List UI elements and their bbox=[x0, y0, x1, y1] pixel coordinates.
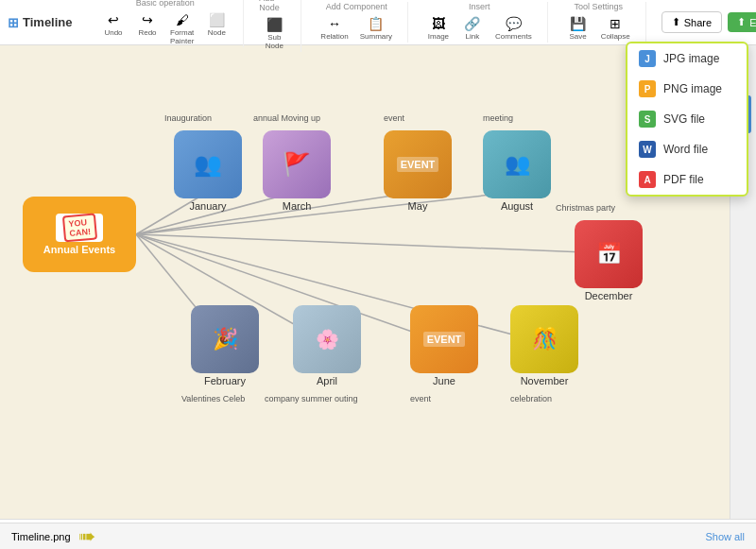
canvas: YOUCAN! Annual Events Inauguration 👥 Jan… bbox=[0, 45, 730, 519]
tool-settings-buttons: 💾 Save ⊞ Collapse bbox=[563, 13, 634, 43]
summary-label: Summary bbox=[360, 32, 392, 41]
may-icon: EVENT bbox=[397, 157, 439, 172]
svg-line-4 bbox=[136, 234, 609, 253]
relation-button[interactable]: ↔ Relation bbox=[317, 13, 352, 43]
comments-button[interactable]: 💬 Comments bbox=[491, 13, 536, 43]
april-box: 🌸 bbox=[293, 305, 361, 373]
word-label: Word file bbox=[663, 143, 708, 156]
june-node[interactable]: EVENT June event bbox=[410, 305, 478, 386]
link-button[interactable]: 🔗 Link bbox=[457, 13, 488, 43]
add-node-section: Add Node ⬛ Sub Node bbox=[259, 0, 301, 52]
export-word-item[interactable]: W Word file bbox=[627, 134, 747, 164]
show-all-button[interactable]: Show all bbox=[705, 531, 745, 542]
april-annotation: company summer outing bbox=[265, 394, 358, 403]
format-painter-button[interactable]: 🖌 Format Painter bbox=[166, 9, 198, 47]
may-annotation: event bbox=[384, 113, 404, 123]
february-annotation: Valentines Celeb bbox=[181, 394, 245, 403]
summary-icon: 📋 bbox=[368, 15, 385, 32]
add-component-buttons: ↔ Relation 📋 Summary bbox=[317, 13, 396, 43]
insert-section: Insert 🖼 Image 🔗 Link 💬 Comments bbox=[423, 2, 548, 43]
february-box: 🎉 bbox=[191, 305, 259, 373]
node-label-btn: Node bbox=[208, 28, 226, 37]
basic-operation-section: Basic operation ↩ Undo ↪ Redo 🖌 Format P… bbox=[98, 0, 244, 47]
december-box: 📅 bbox=[575, 220, 643, 288]
image-button[interactable]: 🖼 Image bbox=[423, 13, 454, 43]
sub-node-label: Sub Node bbox=[263, 33, 285, 50]
december-annotation: Christmas party bbox=[556, 203, 615, 213]
june-annotation: event bbox=[410, 394, 431, 403]
august-box: 👥 bbox=[483, 130, 551, 198]
export-pdf-item[interactable]: A PDF file bbox=[627, 164, 747, 195]
collapse-button[interactable]: ⊞ Collapse bbox=[597, 13, 634, 43]
format-painter-icon: 🖌 bbox=[174, 11, 191, 28]
relation-icon: ↔ bbox=[326, 15, 343, 32]
share-button[interactable]: ⬆ Share bbox=[662, 11, 722, 33]
january-icon: 👥 bbox=[194, 151, 222, 178]
svg-icon: S bbox=[639, 111, 656, 128]
download-filename: Timeline.png bbox=[11, 531, 71, 542]
redo-icon: ↪ bbox=[139, 11, 156, 28]
export-svg-item[interactable]: S SVG file bbox=[627, 104, 747, 134]
save-label: Save bbox=[570, 32, 587, 41]
december-node[interactable]: Christmas party 📅 December bbox=[575, 220, 643, 301]
export-jpg-item[interactable]: J JPG image bbox=[627, 43, 747, 74]
basic-op-buttons: ↩ Undo ↪ Redo 🖌 Format Painter ⬜ Node bbox=[98, 9, 232, 47]
november-box: 🎊 bbox=[510, 305, 578, 373]
march-label: March bbox=[283, 200, 312, 212]
redo-button[interactable]: ↪ Redo bbox=[132, 9, 163, 47]
save-button[interactable]: 💾 Save bbox=[563, 13, 593, 43]
may-node[interactable]: event EVENT May bbox=[384, 130, 452, 212]
comments-icon: 💬 bbox=[505, 15, 522, 32]
summary-button[interactable]: 📋 Summary bbox=[356, 13, 396, 43]
sub-node-button[interactable]: ⬛ Sub Node bbox=[259, 14, 289, 52]
export-label: Export bbox=[749, 17, 756, 28]
app-title: ⊞ Timeline bbox=[8, 15, 83, 30]
may-box: EVENT bbox=[384, 130, 452, 198]
january-box: 👥 bbox=[174, 130, 242, 198]
redo-label: Redo bbox=[138, 28, 156, 37]
august-node[interactable]: meeting 👥 August bbox=[483, 130, 551, 212]
august-label: August bbox=[501, 200, 533, 212]
export-button[interactable]: ⬆ Export bbox=[728, 12, 756, 32]
march-node[interactable]: annual Moving up 🚩 March bbox=[263, 130, 331, 212]
relation-label: Relation bbox=[320, 32, 348, 41]
jpg-label: JPG image bbox=[663, 52, 719, 65]
toolbar: ⊞ Timeline Basic operation ↩ Undo ↪ Redo… bbox=[0, 0, 756, 45]
november-annotation: celebration bbox=[510, 394, 552, 403]
december-icon: 📅 bbox=[596, 242, 622, 266]
march-box: 🚩 bbox=[263, 130, 331, 198]
may-label: May bbox=[408, 200, 428, 212]
download-bar: Timeline.png ➠ Show all bbox=[0, 523, 756, 549]
root-node[interactable]: YOUCAN! Annual Events bbox=[23, 197, 136, 272]
word-icon: W bbox=[639, 141, 656, 158]
image-icon: 🖼 bbox=[430, 15, 447, 32]
february-label: February bbox=[204, 375, 246, 386]
comments-label: Comments bbox=[495, 32, 532, 41]
jpg-icon: J bbox=[639, 50, 656, 67]
export-png-item[interactable]: P PNG image bbox=[627, 74, 747, 104]
january-node[interactable]: Inauguration 👥 January bbox=[174, 130, 242, 212]
november-node[interactable]: 🎊 November celebration bbox=[510, 305, 578, 386]
add-component-label: Add Component bbox=[326, 2, 387, 11]
august-icon: 👥 bbox=[505, 152, 530, 177]
pdf-label: PDF file bbox=[663, 173, 704, 186]
svg-label: SVG file bbox=[663, 112, 705, 126]
april-node[interactable]: 🌸 April company summer outing bbox=[293, 305, 361, 386]
undo-button[interactable]: ↩ Undo bbox=[98, 9, 129, 47]
root-node-label: Annual Events bbox=[43, 244, 115, 255]
add-component-section: Add Component ↔ Relation 📋 Summary bbox=[317, 2, 408, 43]
node-button[interactable]: ⬜ Node bbox=[201, 9, 232, 47]
svg-line-7 bbox=[136, 234, 444, 343]
basic-op-label: Basic operation bbox=[136, 0, 195, 8]
march-icon: 🚩 bbox=[283, 151, 311, 178]
february-node[interactable]: 🎉 February Valentines Celeb bbox=[191, 305, 259, 386]
undo-icon: ↩ bbox=[105, 11, 122, 28]
toolbar-right: ⬆ Share ⬆ Export bbox=[662, 11, 756, 33]
insert-buttons: 🖼 Image 🔗 Link 💬 Comments bbox=[423, 13, 536, 43]
add-node-label: Add Node bbox=[259, 0, 289, 12]
tool-settings-section: Tool Settings 💾 Save ⊞ Collapse bbox=[563, 2, 646, 43]
download-arrow: ➠ bbox=[78, 524, 95, 549]
june-label: June bbox=[433, 375, 455, 386]
pdf-icon: A bbox=[639, 171, 656, 188]
share-icon: ⬆ bbox=[672, 16, 680, 28]
